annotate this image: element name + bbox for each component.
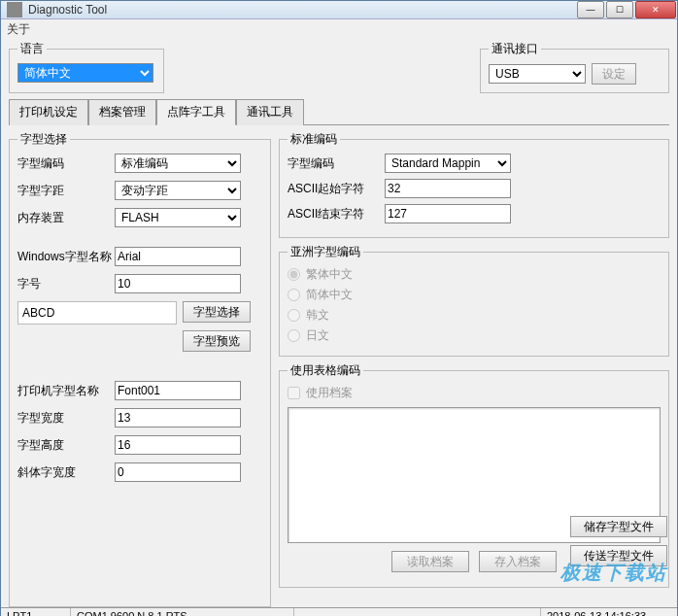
size-input[interactable] bbox=[115, 274, 241, 293]
std-legend: 标准编码 bbox=[288, 131, 340, 148]
font-select-legend: 字型选择 bbox=[17, 131, 70, 148]
width-label: 字型宽度 bbox=[17, 410, 115, 427]
winfont-input[interactable] bbox=[115, 247, 241, 266]
tab-comm-tools[interactable]: 通讯工具 bbox=[236, 99, 304, 125]
std-enc-label: 字型编码 bbox=[288, 155, 385, 172]
tab-printer-settings[interactable]: 打印机设定 bbox=[9, 99, 88, 125]
status-spacer bbox=[294, 608, 541, 616]
height-input[interactable] bbox=[115, 435, 241, 455]
ascii-start-label: ASCII起始字符 bbox=[288, 181, 385, 197]
content-area: 语言 简体中文 通讯接口 USB 设定 打印机设定 档案管理 点阵字工具 通讯工… bbox=[1, 39, 677, 607]
comm-select[interactable]: USB bbox=[489, 64, 586, 84]
italic-input[interactable] bbox=[115, 462, 241, 482]
titlebar: Diagnostic Tool — ☐ ✕ bbox=[1, 1, 677, 19]
size-label: 字号 bbox=[17, 276, 115, 292]
pitch-select[interactable]: 变动字距 bbox=[115, 181, 241, 200]
language-select[interactable]: 简体中文 bbox=[17, 63, 153, 83]
status-com: COM1 9600,N,8,1 RTS bbox=[71, 608, 294, 616]
tab-strip: 打印机设定 档案管理 点阵字工具 通讯工具 bbox=[9, 99, 669, 125]
comm-set-button[interactable]: 设定 bbox=[592, 63, 636, 85]
minimize-button[interactable]: — bbox=[577, 1, 604, 18]
storage-label: 内存装置 bbox=[17, 210, 115, 226]
radio-kor bbox=[288, 309, 300, 322]
standard-encoding-fieldset: 标准编码 字型编码 Standard Mappin ASCII起始字符 ASCI… bbox=[279, 131, 669, 238]
font-select-fieldset: 字型选择 字型编码 标准编码 字型字距 变动字距 内存装置 FLASH bbox=[9, 131, 271, 607]
storage-select[interactable]: FLASH bbox=[115, 208, 241, 227]
std-enc-select[interactable]: Standard Mappin bbox=[385, 154, 511, 173]
close-button[interactable]: ✕ bbox=[635, 1, 676, 18]
statusbar: LPT1 COM1 9600,N,8,1 RTS 2018-06-13 14:1… bbox=[1, 607, 677, 616]
app-icon bbox=[7, 2, 22, 17]
tab-bitmap-font[interactable]: 点阵字工具 bbox=[156, 99, 236, 125]
diagnostic-window: Diagnostic Tool — ☐ ✕ 关于 语言 简体中文 通讯接口 US… bbox=[0, 0, 678, 616]
menu-about[interactable]: 关于 bbox=[7, 22, 30, 36]
width-input[interactable] bbox=[115, 408, 241, 428]
tab-file-mgmt[interactable]: 档案管理 bbox=[88, 99, 156, 125]
comm-fieldset: 通讯接口 USB 设定 bbox=[480, 41, 669, 93]
use-file-checkbox bbox=[288, 387, 300, 399]
radio-trad bbox=[288, 268, 300, 281]
status-port: LPT1 bbox=[1, 608, 71, 616]
ascii-start-input[interactable] bbox=[385, 179, 511, 198]
asia-encoding-fieldset: 亚洲字型编码 繁体中文 简体中文 韩文 日文 bbox=[279, 244, 669, 357]
asia-legend: 亚洲字型编码 bbox=[288, 244, 363, 260]
comm-legend: 通讯接口 bbox=[489, 41, 541, 57]
choose-font-button[interactable]: 字型选择 bbox=[183, 301, 251, 323]
italic-label: 斜体字宽度 bbox=[17, 464, 115, 481]
radio-simp bbox=[288, 289, 300, 301]
maximize-button[interactable]: ☐ bbox=[606, 1, 633, 18]
ascii-end-input[interactable] bbox=[385, 204, 511, 223]
menubar: 关于 bbox=[1, 19, 677, 39]
language-legend: 语言 bbox=[17, 41, 47, 57]
save-file-button[interactable]: 存入档案 bbox=[479, 551, 557, 572]
ascii-end-label: ASCII结束字符 bbox=[288, 206, 385, 222]
window-title: Diagnostic Tool bbox=[28, 3, 576, 17]
status-time: 2018-06-13 14:16:33 bbox=[541, 608, 677, 616]
table-legend: 使用表格编码 bbox=[288, 362, 363, 379]
winfont-label: Windows字型名称 bbox=[17, 249, 115, 265]
height-label: 字型高度 bbox=[17, 437, 115, 454]
preview-font-button[interactable]: 字型预览 bbox=[183, 330, 251, 352]
read-file-button[interactable]: 读取档案 bbox=[391, 551, 469, 572]
preview-box: ABCD bbox=[17, 301, 177, 325]
pitch-label: 字型字距 bbox=[17, 183, 115, 199]
language-fieldset: 语言 简体中文 bbox=[9, 41, 164, 93]
save-font-file-button[interactable]: 储存字型文件 bbox=[570, 516, 667, 537]
radio-jpn bbox=[288, 329, 300, 342]
encoding-label: 字型编码 bbox=[17, 155, 115, 172]
printer-font-label: 打印机字型名称 bbox=[17, 383, 115, 399]
encoding-select[interactable]: 标准编码 bbox=[115, 154, 241, 173]
printer-font-input[interactable] bbox=[115, 381, 241, 400]
send-font-file-button[interactable]: 传送字型文件 bbox=[570, 545, 667, 566]
